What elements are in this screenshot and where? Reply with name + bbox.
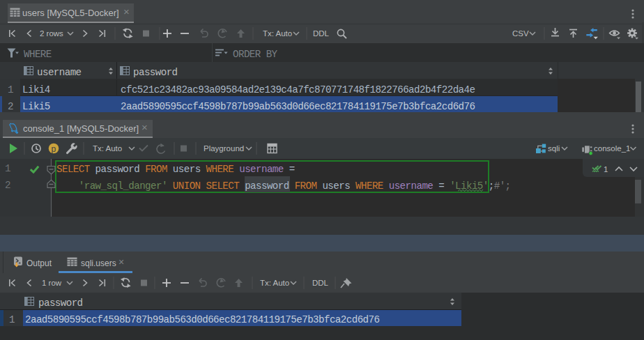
svg-text:DDL: DDL	[313, 29, 330, 38]
svg-text:Tx: Auto: Tx: Auto	[260, 279, 289, 287]
svg-text:Tx: Auto: Tx: Auto	[93, 144, 122, 153]
svg-text:console_1: console_1	[594, 144, 630, 153]
svg-text:1 row: 1 row	[42, 279, 62, 287]
svg-text:sqli: sqli	[548, 144, 560, 153]
svg-text:CSV: CSV	[512, 29, 529, 38]
svg-text:Playground: Playground	[204, 144, 244, 153]
svg-text:DDL: DDL	[312, 279, 329, 287]
svg-text:p: p	[52, 144, 56, 154]
svg-text:2 rows: 2 rows	[40, 29, 63, 38]
svg-text:Tx: Auto: Tx: Auto	[263, 29, 292, 38]
svg-text:1: 1	[604, 165, 608, 173]
